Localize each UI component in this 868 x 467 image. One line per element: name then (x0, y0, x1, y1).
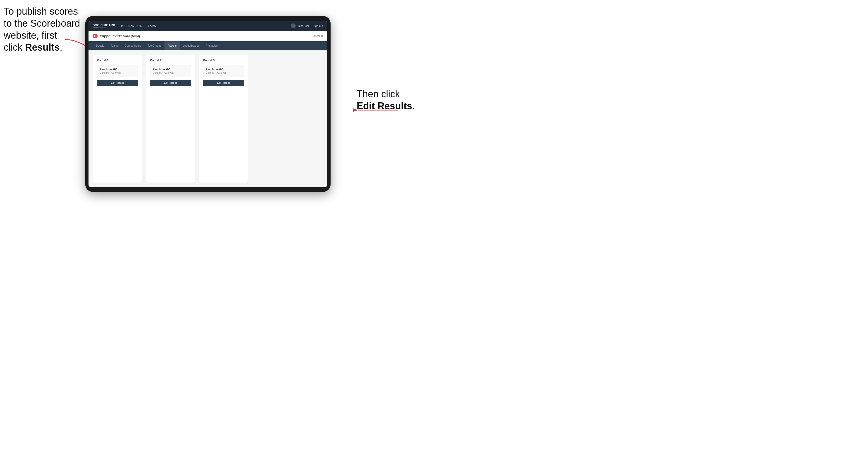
tab-teams[interactable]: Teams (107, 41, 122, 51)
tablet-screen: SCOREBOARD Powered by clippd TOURNAMENTS… (89, 21, 328, 187)
edit-results-btn-1[interactable]: Edit Results (97, 80, 138, 86)
tab-tee-groups[interactable]: Tee Groups (144, 41, 164, 51)
nav-bar: SCOREBOARD Powered by clippd TOURNAMENTS… (89, 21, 328, 31)
tab-details[interactable]: Details (93, 41, 107, 51)
instruction-right-line1: Then click (357, 89, 400, 99)
round-2-course-card: Peachtree GC Gold (M) (7010 yds) (150, 65, 191, 77)
clippd-icon: C (93, 34, 98, 38)
tab-printables[interactable]: Printables (203, 41, 221, 51)
nav-tournaments[interactable]: TOURNAMENTS (121, 25, 142, 27)
tab-leaderboards[interactable]: Leaderboards (180, 41, 203, 51)
content-area: C Clippd Invitational (Mini) Cancel ✕ De… (89, 31, 328, 187)
logo-text: SCOREBOARD (93, 24, 115, 27)
user-icon: 👤 (291, 24, 296, 28)
logo-sub: Powered by clippd (93, 27, 115, 28)
round-3-card: Round 3 Peachtree GC Gold (M) (7010 yds)… (199, 55, 248, 183)
tab-results[interactable]: Results (164, 41, 180, 51)
edit-results-btn-3[interactable]: Edit Results (203, 80, 244, 86)
instruction-results-bold: Results (25, 42, 60, 53)
close-icon: ✕ (321, 35, 323, 38)
tournament-header: C Clippd Invitational (Mini) Cancel ✕ (89, 31, 328, 41)
instruction-line4-suffix: . (60, 42, 62, 53)
instruction-line1: To publish scores (4, 6, 78, 17)
round-1-card: Round 1 Peachtree GC Gold (M) (7010 yds)… (93, 55, 142, 183)
instruction-line4-prefix: click (4, 42, 25, 53)
round-2-course-name: Peachtree GC (153, 68, 188, 71)
edit-results-btn-2[interactable]: Edit Results (150, 80, 191, 86)
instruction-right-suffix: . (412, 100, 415, 112)
round-1-title: Round 1 (97, 59, 138, 62)
instruction-left: To publish scores to the Scoreboard webs… (4, 5, 81, 53)
round-3-title: Round 3 (203, 59, 244, 62)
nav-signout[interactable]: Sign out (313, 25, 323, 27)
round-2-title: Round 2 (150, 59, 191, 62)
instruction-line3: website, first (4, 30, 57, 41)
round-2-card: Round 2 Peachtree GC Gold (M) (7010 yds)… (146, 55, 195, 183)
nav-right: 👤 Test User | Sign out (291, 24, 323, 28)
round-1-course-name: Peachtree GC (100, 68, 135, 71)
round-3-course-card: Peachtree GC Gold (M) (7010 yds) (203, 65, 244, 77)
tab-course-setup[interactable]: Course Setup (122, 41, 144, 51)
tablet-frame: SCOREBOARD Powered by clippd TOURNAMENTS… (85, 16, 331, 192)
instruction-edit-results-bold: Edit Results (357, 100, 412, 112)
nav-user: Test User | (298, 25, 311, 27)
cancel-button[interactable]: Cancel ✕ (312, 35, 323, 38)
round-1-course-card: Peachtree GC Gold (M) (7010 yds) (97, 65, 138, 77)
nav-teams[interactable]: TEAMS (146, 25, 156, 27)
instruction-line2: to the Scoreboard (4, 18, 80, 29)
tournament-name: Clippd Invitational (Mini) (100, 34, 140, 38)
round-3-course-details: Gold (M) (7010 yds) (206, 71, 241, 74)
rounds-content: Round 1 Peachtree GC Gold (M) (7010 yds)… (89, 51, 328, 187)
tournament-title-row: C Clippd Invitational (Mini) (93, 34, 140, 38)
round-2-course-details: Gold (M) (7010 yds) (153, 71, 188, 74)
round-1-course-details: Gold (M) (7010 yds) (100, 71, 135, 74)
logo-area: SCOREBOARD Powered by clippd (93, 24, 115, 28)
round-3-course-name: Peachtree GC (206, 68, 241, 71)
instruction-right: Then click Edit Results. (357, 88, 426, 112)
tab-bar: Details Teams Course Setup Tee Groups Re… (89, 41, 328, 51)
nav-links: TOURNAMENTS TEAMS (121, 25, 291, 27)
